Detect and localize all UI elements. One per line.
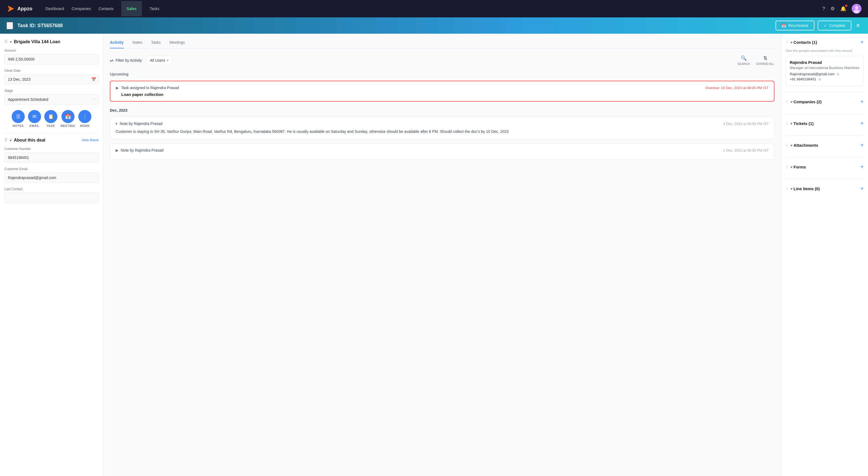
amount-input[interactable] [4, 54, 99, 64]
close-date-input[interactable] [4, 74, 99, 84]
task-action-btn[interactable]: 📋 TASK [44, 110, 57, 128]
customer-email-input[interactable] [4, 172, 99, 183]
copy-phone-icon[interactable]: ⧉ [818, 77, 821, 81]
left-panel: ⠿ ▾ Brigade Villa 144 Loan Amount Close … [0, 34, 103, 476]
amount-label: Amount [4, 48, 99, 53]
task-btn-circle: 📋 [44, 110, 57, 123]
contact-phone-value: +91 9845198451 [790, 77, 816, 81]
month-section-label: Dec, 2023 [110, 108, 774, 112]
user-avatar[interactable] [852, 4, 862, 13]
attachments-drag-handle: ⠿ [785, 143, 788, 147]
notes-btn-label: NOTES [12, 124, 23, 128]
complete-label: Complete [829, 23, 845, 28]
attachments-section: ⠿ ▾ Attachments + [785, 142, 864, 157]
tickets-collapse-icon[interactable]: ▾ [790, 122, 793, 126]
add-ticket-button[interactable]: + [860, 121, 864, 127]
line-items-title: Line Items (0) [794, 186, 859, 191]
companies-collapse-icon[interactable]: ▾ [790, 100, 793, 104]
email-action-btn[interactable]: ✉ EMAIL [28, 110, 41, 128]
stage-select[interactable]: Appointment Scheduled Qualified Proposal… [4, 94, 99, 105]
help-icon[interactable]: ? [822, 6, 825, 12]
add-form-button[interactable]: + [860, 164, 864, 170]
nav-contacts[interactable]: Contacts [98, 5, 114, 12]
settings-icon[interactable]: ⚙ [831, 6, 835, 12]
tickets-drag-handle: ⠿ [785, 122, 788, 126]
last-contact-input[interactable] [4, 193, 99, 203]
complete-check-icon: ✓ [824, 23, 827, 28]
deal-title: Brigade Villa 144 Loan [14, 39, 99, 44]
note-expand-icon-2[interactable]: ▶ [116, 148, 119, 152]
collapse-deal-icon[interactable]: ▾ [10, 40, 12, 44]
line-items-collapse-icon[interactable]: ▾ [790, 186, 793, 191]
expand-all-action[interactable]: ⇅ EXPAND ALL [756, 55, 774, 66]
more-action-btn[interactable]: ⋮ MORE [78, 110, 91, 128]
contact-phone-detail: +91 9845198451 ⧉ [790, 77, 860, 81]
filter-sliders-icon: ⇌ [110, 58, 114, 63]
note-card-1-header: ▾ Note by Rajendra Prasad 4 Dec, 2023 at… [116, 122, 769, 126]
copy-email-icon[interactable]: ⧉ [837, 72, 839, 76]
attachments-collapse-icon[interactable]: ▾ [790, 143, 793, 147]
top-navigation: Appzo Dashboard Companies Contacts Sales… [0, 0, 868, 18]
contacts-collapse-icon[interactable]: ▾ [790, 40, 793, 44]
meeting-action-btn[interactable]: 📅 MEETING [61, 110, 75, 128]
contact-card: Rajendra Prasad Manager at International… [785, 56, 864, 87]
drag-handle-icon: ⠿ [4, 39, 8, 44]
logo-area[interactable]: Appzo [6, 4, 32, 13]
overdue-card-left: ▶ Task assigned to Rajendra Prasad [116, 86, 179, 90]
customer-number-group: Customer Number [4, 147, 99, 163]
line-items-section-header: ⠿ ▾ Line Items (0) + [785, 185, 864, 192]
notes-action-btn[interactable]: ☰ NOTES [12, 110, 25, 128]
customer-number-input[interactable] [4, 152, 99, 163]
nav-companies[interactable]: Companies [71, 5, 91, 12]
companies-section-header: ⠿ ▾ Companies (2) + [785, 99, 864, 105]
filter-right-actions: 🔍 SEARCH ⇅ EXPAND ALL [738, 55, 774, 66]
overdue-timestamp: Overdue: 10 Dec, 2023 at 08:00 PM IST [705, 86, 769, 90]
header-action-buttons: 📅 Reschedule ✓ Complete ✕ [776, 21, 862, 30]
search-icon: 🔍 [741, 55, 747, 61]
nav-dashboard[interactable]: Dashboard [45, 5, 64, 12]
forms-collapse-icon[interactable]: ▾ [790, 165, 793, 169]
forms-title: Forms [794, 165, 859, 169]
attachments-section-header: ⠿ ▾ Attachments + [785, 142, 864, 148]
activity-tabs: Activity Notes Tasks Meetings [110, 40, 774, 48]
svg-marker-0 [8, 5, 14, 12]
reschedule-button[interactable]: 📅 Reschedule [776, 21, 814, 30]
complete-button[interactable]: ✓ Complete [818, 21, 851, 30]
close-button[interactable]: ✕ [855, 21, 862, 30]
user-filter-dropdown[interactable]: All Users ▾ [146, 56, 172, 65]
task-assigned-text: Task assigned to Rajendra Prasad [121, 86, 179, 90]
task-id-label: Task ID: ST5657688 [18, 23, 771, 29]
about-deal-header: ⠿ ▾ About this deal Hide Blank [4, 137, 99, 143]
add-contact-button[interactable]: + [860, 39, 864, 45]
tab-activity[interactable]: Activity [110, 40, 124, 48]
contacts-section-header: ⠿ ▾ Contacts (1) + [785, 39, 864, 45]
nav-right-actions: ? ⚙ 🔔 [822, 4, 862, 13]
add-line-item-button[interactable]: + [860, 185, 864, 192]
add-company-button[interactable]: + [860, 99, 864, 105]
add-attachment-button[interactable]: + [860, 142, 864, 148]
notifications-icon[interactable]: 🔔 [840, 6, 846, 12]
avatar-image [852, 4, 862, 13]
nav-tasks[interactable]: Tasks [150, 5, 159, 12]
note-timestamp-1: 4 Dec, 2023 at 08:00 PM IST [723, 122, 769, 126]
tab-tasks[interactable]: Tasks [151, 40, 161, 48]
tab-notes[interactable]: Notes [132, 40, 143, 48]
search-action[interactable]: 🔍 SEARCH [738, 55, 750, 66]
note-collapse-icon-1[interactable]: ▾ [116, 122, 118, 126]
overdue-expand-icon[interactable]: ▶ [116, 86, 119, 90]
filter-by-activity-btn[interactable]: ⇌ Filter by Activity [110, 56, 142, 65]
note-author-1: Note by Rajendra Prasad [120, 122, 162, 126]
more-btn-icon: ⋮ [83, 113, 87, 120]
more-btn-label: MORE [80, 124, 90, 128]
tab-meetings[interactable]: Meetings [169, 40, 185, 48]
email-btn-label: EMAIL [29, 124, 39, 128]
nav-sales[interactable]: Sales [121, 1, 142, 16]
contacts-section: ⠿ ▾ Contacts (1) + See the people associ… [785, 39, 864, 92]
about-drag-handle: ⠿ [4, 137, 8, 143]
contacts-title: Contacts (1) [794, 40, 859, 44]
collapse-about-icon[interactable]: ▾ [10, 138, 12, 142]
more-btn-circle: ⋮ [78, 110, 91, 123]
back-button[interactable]: ← [6, 22, 13, 29]
hide-blank-link[interactable]: Hide Blank [82, 138, 99, 142]
right-panel: ⠿ ▾ Contacts (1) + See the people associ… [781, 34, 868, 476]
